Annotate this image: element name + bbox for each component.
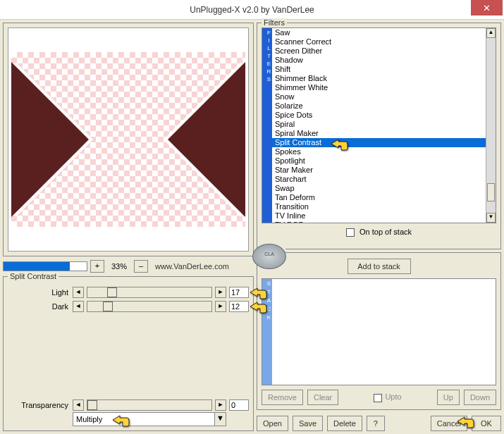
filter-item[interactable]: Snow [272, 92, 486, 101]
cancel-button[interactable]: Cancel [431, 416, 467, 431]
filters-legend: Filters [262, 18, 287, 27]
filter-item[interactable]: Scanner Correct [272, 37, 486, 46]
filter-item[interactable]: Star Maker [272, 166, 486, 175]
light-slider[interactable] [87, 287, 212, 298]
filter-item[interactable]: Shift [272, 65, 486, 74]
light-right-arrow[interactable]: ► [215, 287, 226, 298]
add-to-stack-button[interactable]: Add to stack [348, 259, 411, 274]
watermark-badge: CLA [252, 244, 286, 269]
transparency-slider[interactable] [87, 399, 212, 411]
filter-item[interactable]: Tan Deform [272, 193, 486, 202]
filter-item[interactable]: Spiral Maker [272, 129, 486, 138]
filter-item[interactable]: Shadow [272, 56, 486, 65]
stack-listbox[interactable]: STACK [262, 278, 496, 385]
help-button[interactable]: ? [367, 416, 385, 431]
titlebar: UnPlugged-X v2.0 by VanDerLee ✕ [0, 0, 504, 20]
clear-button[interactable]: Clear [307, 390, 338, 405]
filter-item[interactable]: Transition [272, 202, 486, 211]
light-value[interactable]: 17 [229, 287, 249, 298]
filter-item[interactable]: Screen Dither [272, 46, 486, 56]
params-legend: Split Contrast [8, 272, 59, 280]
dark-left-arrow[interactable]: ◄ [73, 301, 84, 312]
filter-item[interactable]: Spiral [272, 120, 486, 129]
filter-item[interactable]: Saw [272, 28, 486, 37]
mode-combo[interactable]: Multiply ▼ [73, 412, 226, 426]
dark-right-arrow[interactable]: ► [215, 301, 226, 312]
vendor-url[interactable]: www.VanDerLee.com [155, 262, 229, 271]
window-title: UnPlugged-X v2.0 by VanDerLee [0, 5, 504, 15]
close-button[interactable]: ✕ [471, 0, 503, 16]
zoom-value: 33% [107, 262, 131, 271]
params-group: Split Contrast Light ◄ ► 17 Dark ◄ ► 12 … [3, 276, 254, 431]
zoom-out-button[interactable]: – [134, 260, 148, 273]
save-button[interactable]: Save [293, 416, 323, 431]
stack-strip-label: STACK [262, 279, 272, 385]
ontop-checkbox[interactable] [346, 228, 355, 237]
zoom-in-button[interactable]: + [90, 260, 104, 273]
filter-item[interactable]: TV Inline [272, 211, 486, 221]
transparency-left-arrow[interactable]: ◄ [73, 399, 84, 411]
filter-item[interactable]: Starchart [272, 175, 486, 184]
transparency-value[interactable]: 0 [229, 399, 249, 411]
light-left-arrow[interactable]: ◄ [73, 287, 84, 298]
open-button[interactable]: Open [257, 416, 288, 431]
up-button[interactable]: Up [437, 390, 460, 405]
stack-group: Stack Add to stack STACK Remove Clear Up… [257, 252, 501, 410]
mode-value: Multiply [76, 415, 102, 423]
filter-item[interactable]: Spokes [272, 147, 486, 156]
filter-item[interactable]: Spice Dots [272, 111, 486, 120]
ok-button[interactable]: OK [472, 416, 501, 431]
dark-value[interactable]: 12 [229, 301, 249, 312]
transparency-label: Transparency [8, 401, 70, 409]
filter-item[interactable]: Shimmer Black [272, 74, 486, 83]
filter-item[interactable]: TV RGB [272, 221, 486, 223]
filters-strip-label: FILTERS [262, 28, 272, 223]
scroll-thumb[interactable] [487, 183, 495, 202]
pointer-icon [111, 413, 130, 427]
dark-slider[interactable] [87, 301, 212, 312]
progress-bar [3, 261, 87, 271]
filters-group: Filters FILTERS SawScanner CorrectScreen… [257, 23, 501, 249]
chevron-down-icon[interactable]: ▼ [214, 413, 226, 426]
light-label: Light [8, 288, 70, 297]
filters-listbox[interactable]: FILTERS SawScanner CorrectScreen DitherS… [262, 27, 496, 223]
remove-button[interactable]: Remove [262, 390, 303, 405]
ontop-label: On top of stack [359, 228, 412, 236]
preview-image [8, 27, 249, 252]
transparency-right-arrow[interactable]: ► [215, 399, 226, 411]
scroll-up-icon[interactable]: ▲ [486, 28, 496, 38]
upto-checkbox[interactable] [374, 394, 382, 402]
dark-label: Dark [8, 302, 70, 311]
filters-scrollbar[interactable]: ▲ ▼ [486, 28, 496, 223]
delete-button[interactable]: Delete [327, 416, 362, 431]
filter-item[interactable]: Split Contrast [272, 138, 486, 147]
filter-item[interactable]: Solarize [272, 101, 486, 111]
down-button[interactable]: Down [464, 390, 496, 405]
upto-label: Upto [385, 392, 401, 401]
filter-item[interactable]: Swap [272, 184, 486, 193]
filter-item[interactable]: Spotlight [272, 156, 486, 166]
preview-panel [3, 23, 254, 256]
scroll-down-icon[interactable]: ▼ [486, 213, 496, 223]
filter-item[interactable]: Shimmer White [272, 83, 486, 92]
